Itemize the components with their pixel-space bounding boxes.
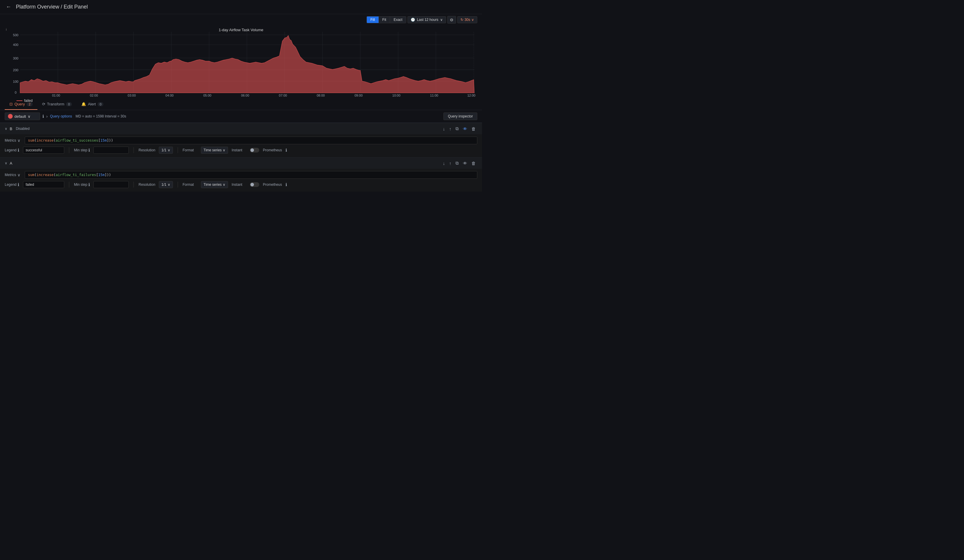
delete-b-button[interactable]: 🗑 [470, 125, 477, 132]
query-block-b: ∨ B Disabled ↓ ↑ ⧉ 👁 🗑 Metrics ∨ sum(inc… [0, 123, 482, 157]
time-range-label: Last 12 hours [417, 18, 438, 22]
query-options-link[interactable]: Query options [50, 114, 72, 118]
move-up-b-button[interactable]: ↑ [448, 125, 453, 132]
svg-text:12:00: 12:00 [467, 94, 475, 97]
datasource-icon [8, 114, 13, 118]
svg-text:11:00: 11:00 [430, 94, 438, 97]
min-step-a-info-icon: ℹ [88, 182, 90, 187]
format-b-label: Format [183, 148, 197, 152]
query-a-label: A [10, 161, 12, 166]
min-step-b-label: Min step ℹ [74, 148, 90, 153]
legend-b-label: Legend ℹ [5, 148, 20, 153]
chevron-down-icon: ∨ [223, 148, 225, 152]
query-options-bar: default ∨ ℹ › Query options MD = auto = … [0, 110, 482, 123]
fit-button[interactable]: Fit [379, 16, 390, 23]
chevron-down-icon: ∨ [440, 18, 443, 22]
datasource-info-icon[interactable]: ℹ [42, 114, 44, 118]
exact-button[interactable]: Exact [390, 16, 406, 23]
page-title: Platform Overview / Edit Panel [16, 4, 88, 10]
svg-text:03:00: 03:00 [127, 94, 136, 97]
legend-color-swatch [16, 101, 23, 101]
query-a-options-row: Legend ℹ Min step ℹ Resolution 1/1 ∨ For… [5, 181, 477, 188]
query-a-body: Metrics ∨ sum(increase(airflow_ti_failur… [0, 169, 482, 192]
expand-button[interactable]: › [46, 114, 48, 118]
format-a-label: Format [183, 183, 197, 187]
time-range-picker[interactable]: 🕐 Last 12 hours ∨ [407, 16, 446, 23]
duplicate-a-button[interactable]: ⧉ [454, 160, 460, 166]
resolution-b-select[interactable]: 1/1 ∨ [159, 147, 173, 154]
svg-text:07:00: 07:00 [279, 94, 287, 97]
format-b-select[interactable]: Time series ∨ [201, 147, 228, 154]
query-a-metrics-row: Metrics ∨ sum(increase(airflow_ti_failur… [5, 171, 477, 179]
view-mode-group: Fill Fit Exact [366, 16, 406, 23]
delete-a-button[interactable]: 🗑 [470, 160, 477, 166]
chevron-down-icon: ∨ [168, 183, 170, 187]
instant-a-label: Instant [231, 183, 246, 187]
query-a-header: ∨ A ↓ ↑ ⧉ 👁 🗑 [0, 157, 482, 169]
svg-text:09:00: 09:00 [355, 94, 363, 97]
datasource-b-label: Prometheus [263, 148, 282, 152]
chart-area: i 1-day Airflow Task Volume 500 400 300 … [0, 25, 482, 99]
chevron-down-icon: ∨ [28, 114, 31, 118]
svg-text:02:00: 02:00 [90, 94, 98, 97]
separator [134, 182, 134, 188]
legend-label: failed [24, 99, 33, 103]
svg-text:01:00: 01:00 [52, 94, 60, 97]
legend-a-label: Legend ℹ [5, 182, 20, 187]
min-step-b-info-icon: ℹ [88, 148, 90, 153]
clock-icon: 🕐 [411, 18, 415, 22]
metrics-b-label: Metrics ∨ [5, 138, 23, 143]
svg-text:08:00: 08:00 [317, 94, 325, 97]
move-up-a-button[interactable]: ↑ [448, 160, 453, 166]
datasource-name: default [15, 114, 26, 118]
collapse-a-button[interactable]: ∨ [5, 161, 7, 165]
legend-b-info-icon: ℹ [18, 148, 19, 153]
metrics-a-label: Metrics ∨ [5, 172, 23, 177]
move-down-a-button[interactable]: ↓ [441, 160, 447, 166]
legend-b-input[interactable] [23, 147, 64, 154]
refresh-button[interactable]: ↻ 30s ∨ [457, 16, 477, 23]
format-a-select[interactable]: Time series ∨ [201, 181, 228, 188]
refresh-rate-label: 30s [465, 18, 470, 22]
duplicate-b-button[interactable]: ⧉ [454, 125, 460, 132]
query-inspector-button[interactable]: Query inspector [443, 112, 477, 120]
back-button[interactable]: ← [5, 3, 12, 11]
toggle-visibility-b-button[interactable]: 👁 [461, 125, 469, 132]
min-step-a-input[interactable] [93, 181, 129, 188]
instant-b-toggle[interactable] [250, 148, 259, 153]
query-block-a: ∨ A ↓ ↑ ⧉ 👁 🗑 Metrics ∨ sum(increase(air… [0, 157, 482, 192]
svg-text:06:00: 06:00 [241, 94, 249, 97]
svg-text:200: 200 [13, 68, 18, 72]
query-b-body: Metrics ∨ sum(increase(airflow_ti_succes… [0, 134, 482, 157]
chart-legend: failed [5, 97, 477, 104]
separator [177, 182, 178, 188]
legend-a-input[interactable] [23, 181, 64, 188]
datasource-a-info-icon: ℹ [285, 182, 287, 187]
collapse-b-button[interactable]: ∨ [5, 127, 7, 131]
query-a-code[interactable]: sum(increase(airflow_ti_failures[15m])) [25, 171, 477, 179]
svg-text:05:00: 05:00 [203, 94, 212, 97]
metrics-b-info-icon: ∨ [17, 138, 20, 143]
datasource-selector[interactable]: default ∨ [5, 112, 40, 120]
min-step-b-input[interactable] [93, 147, 129, 154]
separator [134, 147, 134, 153]
toggle-visibility-a-button[interactable]: 👁 [461, 160, 469, 166]
zoom-out-button[interactable]: ⊖ [447, 16, 456, 24]
query-b-label: B [10, 127, 12, 131]
time-series-chart: 500 400 300 200 100 0 01:00 02:00 03:00 … [5, 32, 477, 97]
metrics-a-chevron-icon: ∨ [17, 172, 20, 177]
svg-text:0: 0 [15, 90, 16, 94]
fill-button[interactable]: Fill [367, 16, 379, 23]
move-down-b-button[interactable]: ↓ [441, 125, 447, 132]
query-options-meta: MD = auto = 1598 Interval = 30s [75, 114, 126, 118]
instant-a-toggle[interactable] [250, 182, 259, 187]
query-b-code[interactable]: sum(increase(airflow_ti_successes[15m])) [25, 136, 477, 144]
datasource-a-label: Prometheus [263, 183, 282, 187]
datasource-b-info-icon: ℹ [285, 148, 287, 153]
toolbar: Fill Fit Exact 🕐 Last 12 hours ∨ ⊖ ↻ 30s… [0, 14, 482, 25]
resolution-a-select[interactable]: 1/1 ∨ [159, 181, 173, 188]
query-b-options-row: Legend ℹ Min step ℹ Resolution 1/1 ∨ For… [5, 147, 477, 154]
chevron-down-icon: ∨ [168, 148, 170, 152]
resolution-a-label: Resolution [138, 183, 155, 187]
svg-text:04:00: 04:00 [166, 94, 174, 97]
